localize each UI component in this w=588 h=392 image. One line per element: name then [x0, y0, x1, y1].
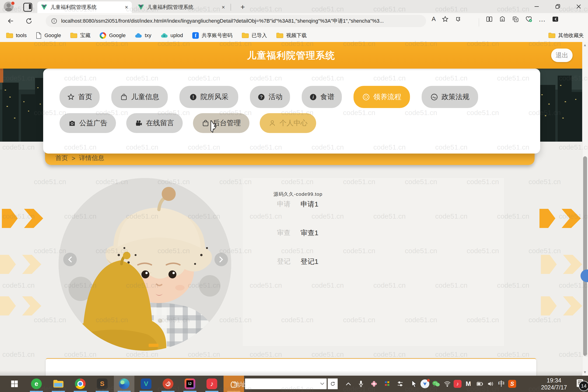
wechat-tray-icon[interactable]	[431, 376, 442, 392]
taskbar-clock[interactable]: 19:34 2024/7/17	[541, 376, 567, 392]
carousel-prev-button[interactable]	[63, 253, 77, 266]
svg-text:!: !	[192, 94, 194, 100]
scrollbar-thumb[interactable]	[583, 156, 587, 356]
other-bookmarks[interactable]: 其他收藏夹	[548, 29, 584, 42]
more-options-icon[interactable]: …	[538, 18, 546, 20]
browser-essentials-icon[interactable]	[525, 16, 532, 23]
nav-item-admin[interactable]: 后台管理	[193, 113, 250, 133]
favorite-star-icon[interactable]	[442, 16, 449, 23]
folder-icon	[548, 32, 555, 38]
carousel-indicator[interactable]	[149, 344, 158, 347]
detail-row-review: 审查 审查1	[243, 228, 504, 238]
bookmark-item[interactable]: f 共享账号密码	[192, 32, 232, 39]
address-bar[interactable]: localhost:8080/ssm2i051/front/dist/index…	[46, 15, 426, 27]
nav-item-gallery[interactable]: ! 院所风采	[180, 86, 238, 108]
scrollbar-up-icon[interactable]: ▲	[583, 43, 587, 48]
sublime-icon: S	[97, 378, 108, 389]
workspace-icon[interactable]	[23, 3, 32, 12]
tab-close-icon[interactable]: ×	[222, 4, 225, 10]
decor-chevrons-left-1	[2, 209, 44, 228]
taskbar-app-netease-music[interactable]: ♪	[202, 376, 222, 392]
nav-item-home[interactable]: 首页	[60, 86, 100, 108]
split-screen-icon[interactable]	[486, 16, 493, 23]
taskbar-app-file-explorer[interactable]	[48, 376, 68, 392]
netease-music-icon: ♪	[206, 378, 217, 389]
cloud-blue-icon	[135, 33, 142, 38]
address-toolbar-input[interactable]	[245, 378, 327, 389]
bookmark-item[interactable]: Google	[36, 32, 61, 39]
blue-app-tray-icon[interactable]	[420, 376, 430, 392]
extensions-icon[interactable]	[455, 16, 462, 23]
new-tab-button[interactable]: +	[238, 2, 248, 12]
read-aloud-icon[interactable]: A	[432, 16, 436, 23]
battery-tray-icon[interactable]	[474, 376, 485, 392]
wifi-tray-icon[interactable]	[442, 376, 453, 392]
detail-panel: 源码久久-code99.top 申请 申请1 审查 审查1 登记 登记1	[243, 178, 504, 346]
taskbar-app-code-editor[interactable]: V	[136, 376, 156, 392]
browser-titlebar: 儿童福利院管理系统 × 儿童福利院管理系统 × +	[0, 0, 588, 13]
bookmark-item[interactable]: 已导入	[242, 32, 267, 39]
edge-icon	[119, 378, 130, 389]
logout-button[interactable]: 退出	[551, 48, 572, 62]
nav-item-child-info[interactable]: 儿童信息	[111, 86, 168, 108]
nav-item-policies[interactable]: 政策法规	[422, 86, 478, 108]
address-refresh-button[interactable]	[328, 378, 338, 389]
microphone-tray-icon[interactable]	[356, 376, 366, 392]
nav-row-1: 首页 儿童信息 ! 院所风采 ? 活动 i 食谱 领养流程	[60, 86, 540, 108]
taskbar-app-edge-active[interactable]	[114, 376, 134, 392]
tab-close-icon[interactable]: ×	[125, 4, 128, 10]
nav-item-message-board[interactable]: 在线留言	[126, 113, 183, 133]
question-circle-icon: ?	[257, 93, 265, 101]
sidebar-toggle-icon[interactable]	[552, 16, 559, 23]
nav-item-public-ads[interactable]: 公益广告	[60, 113, 116, 133]
red-swirl-icon	[163, 378, 173, 389]
nav-item-personal-center[interactable]: 个人中心	[260, 113, 316, 133]
taskbar-app-sublime[interactable]: S	[92, 376, 112, 392]
scrollbar-down-icon[interactable]: ▼	[583, 370, 587, 375]
bookmark-item[interactable]: 宝藏	[70, 32, 90, 39]
browser-tab-active[interactable]: 儿童福利院管理系统 ×	[37, 2, 132, 13]
ime-chinese-tray-icon[interactable]: 中	[496, 376, 507, 392]
taskbar-app-red-swirl[interactable]	[158, 376, 178, 392]
nav-card: 首页 儿童信息 ! 院所风采 ? 活动 i 食谱 领养流程	[43, 68, 540, 154]
breadcrumb-home[interactable]: 首页	[55, 154, 68, 162]
browser-tab-inactive[interactable]: 儿童福利院管理系统 ×	[134, 2, 229, 13]
show-hidden-icons-button[interactable]	[343, 376, 354, 392]
sogou-tray-icon[interactable]: S	[507, 376, 518, 392]
flower-ime-tray-icon[interactable]	[369, 376, 380, 392]
bookmark-item[interactable]: uplod	[161, 32, 183, 38]
refresh-icon[interactable]	[23, 16, 34, 26]
bookmark-item[interactable]: 视频下载	[276, 32, 306, 39]
nav-item-recipes[interactable]: i 食谱	[302, 86, 342, 108]
collections-icon[interactable]	[499, 16, 506, 23]
taskbar-app-chrome[interactable]	[70, 376, 90, 392]
restore-button[interactable]	[550, 0, 566, 13]
browser-toolbar: localhost:8080/ssm2i051/front/dist/index…	[0, 13, 588, 29]
nav-item-adoption-process[interactable]: 领养流程	[354, 86, 410, 108]
m-app-tray-icon[interactable]: M	[463, 376, 474, 392]
taskbar-app-intellij[interactable]: IJ	[180, 376, 200, 392]
minimize-button[interactable]	[528, 0, 545, 13]
source-note: 源码久久-code99.top	[274, 191, 322, 198]
nav-item-activity[interactable]: ? 活动	[250, 86, 290, 108]
copy-add-icon[interactable]	[512, 16, 519, 23]
settings-sliders-tray-icon[interactable]	[395, 376, 406, 392]
close-window-button[interactable]	[570, 0, 587, 13]
notification-center-button[interactable]: 14	[576, 378, 586, 388]
bookmark-item[interactable]: txy	[135, 32, 151, 38]
taskbar-app-360browser[interactable]: e	[26, 376, 47, 392]
svg-text:?: ?	[260, 94, 263, 100]
back-icon[interactable]	[5, 16, 16, 26]
start-button[interactable]	[4, 376, 25, 392]
netease-tray-icon[interactable]: ♪	[452, 376, 463, 392]
bookmark-item[interactable]: tools	[6, 32, 26, 38]
decor-chevrons-right-2	[541, 255, 583, 274]
site-info-icon[interactable]	[51, 18, 58, 24]
info-circle-icon: i	[309, 93, 317, 101]
person-icon	[268, 119, 276, 127]
intellij-icon: IJ	[186, 380, 194, 387]
carousel-next-button[interactable]	[214, 253, 228, 266]
bookmark-item[interactable]: Google	[100, 32, 126, 39]
volume-tray-icon[interactable]	[485, 376, 496, 392]
colorful-flags-tray-icon[interactable]	[382, 376, 392, 392]
